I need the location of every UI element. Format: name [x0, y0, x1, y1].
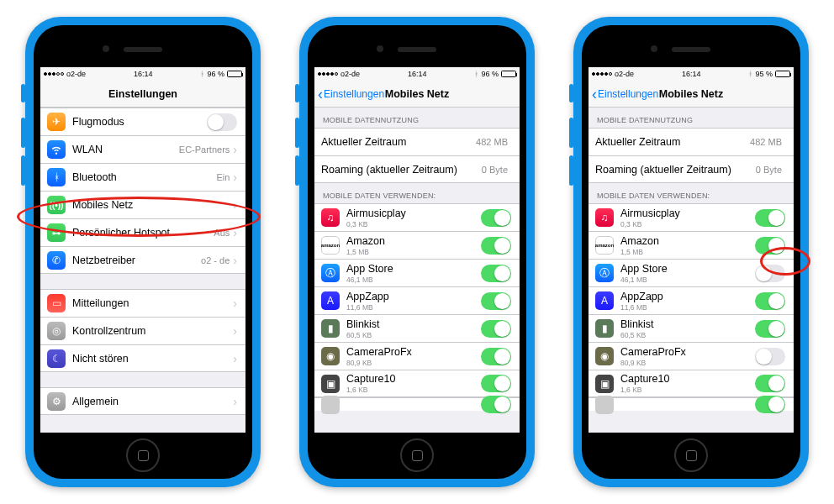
moon-icon: ☾	[47, 349, 66, 368]
row-value: 482 MB	[476, 137, 508, 147]
row-bluetooth[interactable]: ᚼ Bluetooth Ein›	[40, 163, 245, 191]
home-button[interactable]	[400, 438, 434, 472]
app-toggle[interactable]	[481, 375, 511, 392]
row-value: 482 MB	[750, 137, 782, 147]
back-button[interactable]: ‹Einstellungen	[592, 87, 658, 102]
app-toggle[interactable]	[755, 209, 785, 227]
airplane-icon: ✈	[47, 113, 66, 131]
app-toggle[interactable]	[481, 320, 511, 338]
row-roaming[interactable]: Roaming (aktueller Zeitraum)0 Byte	[314, 155, 520, 183]
app-size: 0,3 KB	[346, 220, 481, 228]
chevron-right-icon: ›	[233, 297, 237, 310]
chevron-right-icon: ›	[233, 198, 237, 212]
app-toggle[interactable]	[755, 237, 785, 255]
nav-title: Mobiles Netz	[659, 88, 723, 100]
app-icon: ♫	[321, 208, 340, 227]
controlcenter-icon: ◎	[47, 322, 66, 340]
screen-settings: o2-de 16:14 ᚼ 96 % Einstellungen ✈ Flug	[40, 67, 245, 433]
row-label: Roaming (aktueller Zeitraum)	[321, 164, 482, 176]
battery-percent: 95 %	[755, 70, 773, 78]
app-name: Capture10	[346, 373, 481, 385]
app-row[interactable]: ♫ Airmusicplay0,3 KB	[314, 203, 520, 231]
app-row[interactable]: amazon Amazon1,5 MB	[589, 231, 794, 259]
app-row[interactable]: A AppZapp11,6 MB	[314, 286, 520, 314]
app-name: Airmusicplay	[346, 207, 481, 219]
app-toggle[interactable]	[481, 237, 511, 255]
app-toggle[interactable]	[481, 396, 511, 413]
battery-percent: 96 %	[207, 70, 224, 78]
row-value: Aus	[214, 228, 230, 238]
app-icon: ▣	[321, 375, 340, 393]
status-time: 16:14	[682, 70, 701, 78]
app-name: Blinkist	[346, 318, 481, 330]
chevron-right-icon: ›	[233, 352, 237, 365]
app-row[interactable]: ▣ Capture101,6 KB	[314, 370, 520, 397]
app-toggle[interactable]	[481, 292, 511, 310]
bluetooth-icon: ᚼ	[47, 168, 66, 186]
chevron-left-icon: ‹	[592, 87, 597, 102]
app-toggle[interactable]	[755, 375, 785, 392]
app-row[interactable]: ▮ Blinkist60,5 KB	[589, 314, 794, 342]
row-general[interactable]: ⚙ Allgemein ›	[40, 387, 245, 415]
row-wifi[interactable]: WLAN EC-Partners›	[40, 135, 245, 163]
app-row-partial	[314, 397, 520, 411]
status-bar: o2-de 16:14 ᚼ 95 %	[589, 67, 794, 81]
app-row[interactable]: ♫ Airmusicplay0,3 KB	[589, 203, 794, 231]
notifications-icon: ▭	[47, 294, 66, 312]
app-icon: A	[321, 291, 340, 310]
home-button[interactable]	[674, 438, 708, 472]
row-label: Bluetooth	[72, 171, 216, 183]
app-row[interactable]: Ⓐ App Store46,1 MB	[589, 259, 794, 286]
chevron-right-icon: ›	[233, 254, 237, 267]
app-size: 60,5 KB	[620, 331, 755, 339]
app-row[interactable]: ◉ CameraProFx80,9 KB	[314, 342, 520, 370]
app-name: CameraProFx	[620, 346, 755, 358]
row-cellular[interactable]: ((•)) Mobiles Netz ›	[40, 191, 245, 218]
app-size: 46,1 MB	[346, 276, 481, 284]
app-name: Amazon	[346, 235, 481, 247]
section-header: MOBILE DATEN VERWENDEN:	[589, 183, 794, 203]
app-toggle[interactable]	[755, 265, 785, 282]
app-toggle[interactable]	[755, 396, 785, 413]
app-row[interactable]: A AppZapp11,6 MB	[589, 286, 794, 314]
app-icon	[595, 396, 614, 414]
row-controlcenter[interactable]: ◎ Kontrollzentrum ›	[40, 317, 245, 344]
back-button[interactable]: ‹Einstellungen	[318, 87, 384, 102]
row-value: 0 Byte	[756, 165, 782, 175]
airplane-toggle[interactable]	[207, 113, 237, 131]
row-hotspot[interactable]: ⊶ Persönlicher Hotspot Aus›	[40, 218, 245, 246]
app-row[interactable]: ▮ Blinkist60,5 KB	[314, 314, 520, 342]
app-row[interactable]: ▣ Capture101,6 KB	[589, 370, 794, 397]
app-row[interactable]: amazon Amazon1,5 MB	[314, 231, 520, 259]
app-icon: ◉	[321, 347, 340, 365]
row-notifications[interactable]: ▭ Mitteilungen ›	[40, 289, 245, 317]
row-current-period[interactable]: Aktueller Zeitraum482 MB	[589, 128, 794, 155]
app-row[interactable]: Ⓐ App Store46,1 MB	[314, 259, 520, 286]
app-toggle[interactable]	[481, 209, 511, 227]
app-toggle[interactable]	[755, 292, 785, 310]
phone-frame-3: o2-de 16:14 ᚼ 95 % ‹Einstellungen Mobile…	[573, 17, 809, 487]
app-name: Blinkist	[620, 318, 755, 330]
screen-mobile: o2-de 16:14 ᚼ 95 % ‹Einstellungen Mobile…	[589, 67, 794, 433]
hotspot-icon: ⊶	[47, 223, 66, 242]
row-roaming[interactable]: Roaming (aktueller Zeitraum)0 Byte	[589, 155, 794, 183]
app-icon: A	[595, 291, 614, 310]
app-row[interactable]: ◉ CameraProFx80,9 KB	[589, 342, 794, 370]
app-toggle[interactable]	[481, 265, 511, 282]
status-time: 16:14	[134, 70, 153, 78]
app-name: AppZapp	[620, 291, 755, 302]
back-label: Einstellungen	[598, 88, 658, 100]
row-value: 0 Byte	[482, 165, 508, 175]
row-dnd[interactable]: ☾ Nicht stören ›	[40, 344, 245, 372]
row-current-period[interactable]: Aktueller Zeitraum482 MB	[314, 128, 520, 155]
section-header: MOBILE DATEN VERWENDEN:	[314, 183, 520, 203]
home-button[interactable]	[126, 438, 160, 472]
app-toggle[interactable]	[755, 320, 785, 338]
app-toggle[interactable]	[755, 348, 785, 365]
row-carrier[interactable]: ✆ Netzbetreiber o2 - de›	[40, 246, 245, 274]
app-size: 1,6 KB	[346, 386, 481, 394]
app-size: 11,6 MB	[346, 303, 481, 312]
row-airplane[interactable]: ✈ Flugmodus	[40, 108, 245, 135]
app-toggle[interactable]	[481, 348, 511, 365]
nav-title: Einstellungen	[108, 88, 177, 100]
